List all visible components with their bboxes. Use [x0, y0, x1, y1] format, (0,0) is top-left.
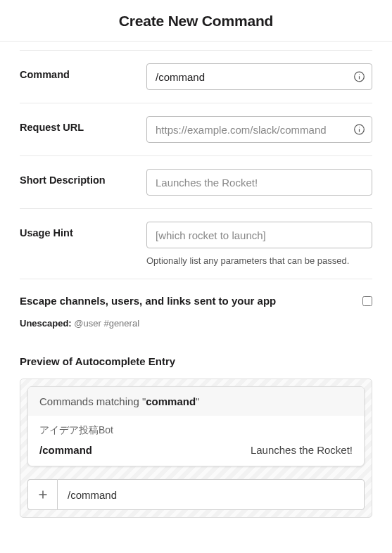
label-request-url: Request URL	[20, 116, 146, 133]
row-escape: Escape channels, users, and links sent t…	[20, 279, 372, 338]
field-usage-hint: Optionally list any parameters that can …	[146, 222, 372, 266]
matching-term: command	[146, 395, 196, 407]
command-row: /command Launches the Rocket!	[39, 444, 353, 456]
row-request-url: Request URL	[20, 103, 372, 156]
row-command: Command	[20, 50, 372, 103]
row-usage-hint: Usage Hint Optionally list any parameter…	[20, 209, 372, 279]
preview-box: Commands matching "command" アイデア投稿Bot /c…	[20, 379, 372, 518]
popover-header: Commands matching "command"	[28, 387, 364, 416]
short-desc-input[interactable]	[146, 169, 372, 196]
page-title: Create New Command	[0, 13, 392, 30]
bot-name: アイデア投稿Bot	[39, 424, 353, 437]
matching-suffix: "	[196, 395, 199, 407]
row-short-desc: Short Description	[20, 156, 372, 209]
preview-input-row	[27, 479, 365, 510]
escape-subtitle: Unescaped: @user #general	[20, 318, 372, 329]
autocomplete-popover: Commands matching "command" アイデア投稿Bot /c…	[27, 386, 365, 466]
usage-hint-input[interactable]	[146, 222, 372, 248]
plus-icon	[37, 489, 49, 500]
modal-header: Create New Command	[0, 0, 392, 42]
preview-description: Launches the Rocket!	[251, 444, 353, 456]
field-command	[146, 63, 372, 90]
matching-prefix: Commands matching "	[39, 395, 146, 407]
info-icon[interactable]	[353, 124, 365, 136]
popover-body: アイデア投稿Bot /command Launches the Rocket!	[28, 416, 364, 466]
escape-title: Escape channels, users, and links sent t…	[20, 295, 276, 307]
label-short-desc: Short Description	[20, 169, 146, 186]
usage-hint-help: Optionally list any parameters that can …	[146, 255, 372, 266]
svg-point-1	[359, 74, 360, 75]
command-input[interactable]	[146, 63, 372, 90]
preview-command: /command	[39, 444, 92, 456]
field-short-desc	[146, 169, 372, 196]
svg-point-4	[359, 127, 360, 127]
label-usage-hint: Usage Hint	[20, 222, 146, 239]
field-request-url	[146, 116, 372, 143]
form-content: Command Request URL Short Description	[0, 42, 392, 532]
info-icon[interactable]	[353, 71, 365, 83]
label-command: Command	[20, 63, 146, 80]
request-url-input[interactable]	[146, 116, 372, 143]
escape-sub-value: @user #general	[74, 318, 139, 329]
add-button[interactable]	[27, 479, 57, 510]
preview-title: Preview of Autocomplete Entry	[20, 355, 372, 367]
escape-sub-label: Unescaped:	[20, 318, 72, 329]
preview-command-input[interactable]	[57, 479, 365, 510]
escape-checkbox[interactable]	[362, 296, 372, 306]
